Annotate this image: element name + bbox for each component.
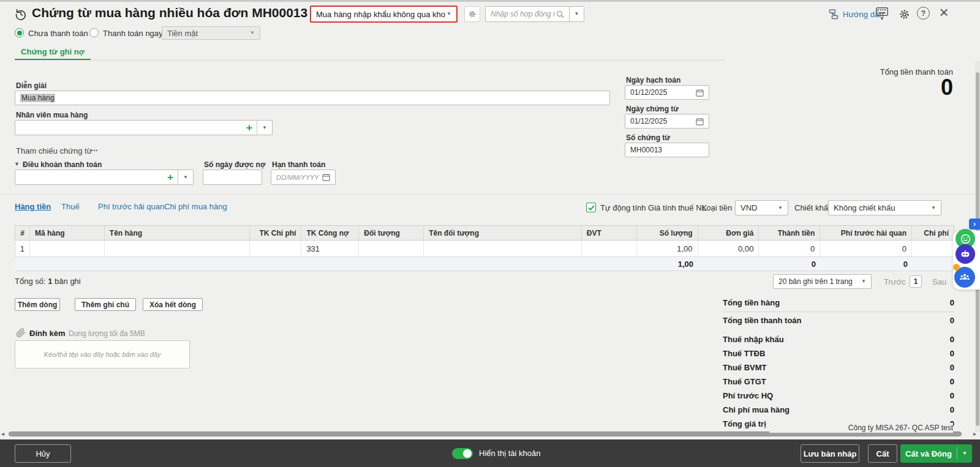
paperclip-icon bbox=[15, 327, 26, 338]
attachment-dropzone[interactable]: Kéo/thả tệp vào đây hoặc bấm vào đây bbox=[15, 340, 190, 368]
cell-dvt[interactable] bbox=[582, 241, 637, 256]
auto-tax-checkbox[interactable] bbox=[586, 203, 596, 212]
total-row-label: Tổng tiền thanh toán bbox=[723, 316, 802, 325]
widget-expand-tab[interactable]: › bbox=[969, 219, 980, 230]
pagination-prev[interactable]: Trước bbox=[884, 277, 906, 286]
doc-type-selected: Mua hàng nhập khẩu không qua kho bbox=[316, 10, 445, 19]
total-row-value: 0 bbox=[950, 405, 954, 414]
doc-tab[interactable]: Chứng từ ghi nợ bbox=[15, 44, 91, 59]
cell-ten-doi-tuong[interactable] bbox=[424, 241, 582, 256]
add-row-button[interactable]: Thêm dòng bbox=[15, 298, 60, 311]
doc-type-dropdown[interactable]: Mua hàng nhập khẩu không qua kho ▼ bbox=[310, 6, 458, 23]
save-button[interactable]: Cất bbox=[868, 444, 897, 463]
show-account-label: Hiển thị tài khoản bbox=[479, 449, 540, 458]
assistant-bot-button[interactable] bbox=[956, 244, 975, 264]
pagination-current-page[interactable]: 1 bbox=[910, 275, 922, 288]
cell-tk-cong-no[interactable]: 331 bbox=[301, 241, 359, 256]
cell-thanh-tien[interactable]: 0 bbox=[759, 241, 820, 256]
cell-phi-truoc-hai-quan[interactable]: 0 bbox=[820, 241, 912, 256]
payment-terms-collapse-icon[interactable]: ▼ bbox=[14, 161, 20, 167]
close-button[interactable]: × bbox=[936, 3, 952, 21]
total-row-label: Thuế nhập khẩu bbox=[723, 335, 784, 344]
keyboard-shortcut-button[interactable]: ▼ bbox=[875, 7, 889, 21]
scroll-right-arrow-icon[interactable]: ▸ bbox=[973, 430, 976, 437]
doc-date-label: Ngày chứng từ bbox=[626, 105, 679, 113]
toggle-knob bbox=[463, 449, 472, 458]
add-icon[interactable]: + bbox=[242, 122, 257, 133]
debt-days-label: Số ngày được nợ bbox=[204, 160, 265, 169]
calendar-icon[interactable] bbox=[696, 89, 704, 97]
scroll-left-arrow-icon[interactable]: ◂ bbox=[1, 430, 4, 437]
radio-unpaid[interactable] bbox=[15, 28, 24, 37]
doc-reference-more-link[interactable]: ... bbox=[91, 143, 98, 153]
people-group-icon bbox=[959, 271, 971, 283]
posting-date-input[interactable]: 01/12/2025 bbox=[625, 85, 709, 100]
dropzone-text: Kéo/thả tệp vào đây hoặc bấm vào đây bbox=[44, 351, 161, 358]
cell-tk-chi-phi[interactable] bbox=[250, 241, 301, 256]
currency-dropdown[interactable]: VND ▼ bbox=[735, 200, 788, 215]
payment-terms-input[interactable]: + ▼ bbox=[15, 170, 194, 185]
doc-type-settings-button[interactable] bbox=[464, 6, 480, 22]
contract-search-input[interactable] bbox=[485, 6, 570, 22]
payment-terms-caret-button[interactable]: ▼ bbox=[178, 170, 193, 184]
section-divider bbox=[0, 194, 980, 195]
tab-phi-truoc-hai-quan[interactable]: Phí trước hải quan bbox=[98, 202, 164, 211]
cancel-button[interactable]: Hủy bbox=[15, 444, 71, 463]
total-row-label: Thuế TTĐB bbox=[723, 349, 765, 358]
debt-days-input[interactable] bbox=[203, 170, 262, 185]
description-input[interactable]: Mua hàng bbox=[15, 91, 610, 105]
radio-pay-now[interactable] bbox=[89, 28, 99, 37]
calendar-icon[interactable] bbox=[696, 118, 704, 125]
due-date-field[interactable] bbox=[276, 174, 322, 181]
clear-rows-button[interactable]: Xóa hết dòng bbox=[143, 298, 203, 311]
doc-date-input[interactable]: 01/12/2025 bbox=[625, 114, 709, 129]
cell-ten-hang[interactable] bbox=[105, 241, 251, 256]
page-size-dropdown[interactable]: 20 bản ghi trên 1 trang ▼ bbox=[773, 274, 872, 289]
save-and-close-label[interactable]: Cất và Đóng bbox=[900, 449, 957, 458]
total-row-label: Thuế GTGT bbox=[723, 377, 766, 386]
cell-so-luong[interactable]: 1,00 bbox=[637, 241, 698, 256]
payment-method-dropdown[interactable]: Tiền mặt ▼ bbox=[162, 26, 260, 40]
show-account-toggle[interactable] bbox=[452, 448, 473, 459]
chat-smiley-icon bbox=[960, 233, 971, 245]
chevron-down-icon: ▼ bbox=[880, 17, 884, 21]
total-row-label: Chi phí mua hàng bbox=[723, 405, 790, 414]
contract-search-caret-button[interactable]: ▼ bbox=[570, 6, 584, 22]
description-value: Mua hàng bbox=[20, 94, 55, 102]
help-button[interactable]: ? bbox=[917, 7, 930, 20]
cell-don-gia[interactable]: 0,00 bbox=[698, 241, 760, 256]
save-and-close-caret[interactable]: ▼ bbox=[957, 444, 972, 463]
chevron-down-icon: ▼ bbox=[447, 12, 451, 17]
tab-chi-phi-mua-hang[interactable]: Chi phí mua hàng bbox=[164, 202, 227, 211]
doc-number-input[interactable]: MH00013 bbox=[625, 143, 709, 157]
attachment-label: Đính kèm bbox=[29, 329, 66, 338]
total-row-value: 0 bbox=[950, 363, 954, 372]
cell-ma-hang[interactable] bbox=[30, 241, 105, 256]
cell-chi-phi[interactable] bbox=[912, 241, 954, 256]
payment-option-bar: Chưa thanh toán Thanh toán ngay Tiền mặt… bbox=[0, 26, 980, 42]
current-page-number: 1 bbox=[914, 277, 918, 286]
due-date-input[interactable] bbox=[271, 170, 336, 185]
pagination-next[interactable]: Sau bbox=[932, 277, 946, 286]
cell-doi-tuong[interactable] bbox=[359, 241, 424, 256]
contract-search-field[interactable] bbox=[491, 10, 555, 18]
col-header-ma-hang: Mã hàng bbox=[30, 226, 105, 240]
total-row-label: Phí trước HQ bbox=[723, 391, 773, 400]
company-label: Công ty MISA 267- QC ASP test bbox=[769, 423, 953, 433]
discount-dropdown[interactable]: Không chiết khấu ▼ bbox=[828, 200, 941, 215]
col-header-index: # bbox=[15, 226, 30, 240]
tab-hang-tien[interactable]: Hàng tiền bbox=[15, 202, 51, 211]
tab-thue[interactable]: Thuế bbox=[61, 202, 80, 211]
save-draft-button[interactable]: Lưu bản nháp bbox=[801, 444, 859, 463]
add-icon[interactable]: + bbox=[163, 172, 178, 182]
gear-icon bbox=[468, 10, 477, 18]
history-icon[interactable] bbox=[13, 7, 28, 21]
total-row-value: 0 bbox=[950, 349, 954, 358]
records-total-count: 1 bbox=[48, 277, 52, 286]
buyer-input[interactable]: + ▼ bbox=[15, 120, 273, 135]
save-and-close-split-button[interactable]: Cất và Đóng ▼ bbox=[900, 444, 972, 463]
buyer-caret-button[interactable]: ▼ bbox=[257, 121, 272, 135]
settings-button[interactable] bbox=[897, 7, 911, 21]
calendar-icon[interactable] bbox=[322, 173, 330, 181]
add-note-button[interactable]: Thêm ghi chú bbox=[75, 298, 136, 311]
